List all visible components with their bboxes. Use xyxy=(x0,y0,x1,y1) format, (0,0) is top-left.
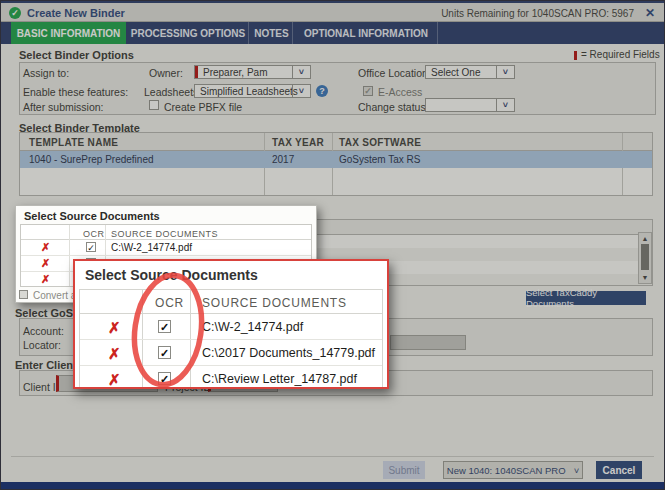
document-filename: C:\Review Letter_14787.pdf xyxy=(202,372,357,386)
documents-column-header: SOURCE DOCUMENTS xyxy=(202,296,347,310)
ocr-checkbox[interactable]: ✓ xyxy=(86,242,96,252)
delete-icon[interactable]: ✗ xyxy=(41,241,50,254)
source-panel-title: Select Source Documents xyxy=(24,210,160,222)
delete-icon[interactable]: ✗ xyxy=(108,371,121,389)
document-row: ✗ ✓ C:\W-2_14774.pdf xyxy=(21,240,311,256)
document-filename: C:\W-2_14774.pdf xyxy=(202,320,303,334)
document-filename: C:\2017 Documents_14779.pdf xyxy=(202,346,375,360)
convert-label: Convert a xyxy=(33,290,76,301)
source-panel-header-row: OCR SOURCE DOCUMENTS xyxy=(21,225,311,240)
document-row: ✗ ✓ C:\2017 Documents_14779.pdf xyxy=(80,340,382,366)
callout-title: Select Source Documents xyxy=(85,267,258,283)
ocr-column-header: OCR xyxy=(83,229,105,239)
delete-icon[interactable]: ✗ xyxy=(108,319,121,337)
documents-column-header: SOURCE DOCUMENTS xyxy=(111,229,218,239)
callout-table: OCR SOURCE DOCUMENTS ✗ ✓ C:\W-2_14774.pd… xyxy=(79,289,383,389)
document-row: ✗ ✓ C:\W-2_14774.pdf xyxy=(80,314,382,340)
ocr-checkbox[interactable]: ✓ xyxy=(158,346,171,359)
convert-checkbox xyxy=(19,290,28,299)
delete-icon[interactable]: ✗ xyxy=(41,257,50,270)
ocr-column-header: OCR xyxy=(155,296,184,310)
ocr-checkbox[interactable]: ✓ xyxy=(158,372,171,385)
ocr-checkbox[interactable]: ✓ xyxy=(158,320,171,333)
create-new-binder-dialog: ✓ Create New Binder Units Remaining for … xyxy=(0,0,665,490)
delete-icon[interactable]: ✗ xyxy=(41,273,50,286)
delete-icon[interactable]: ✗ xyxy=(108,345,121,363)
zoom-callout-panel: Select Source Documents OCR SOURCE DOCUM… xyxy=(73,259,389,389)
document-filename: C:\W-2_14774.pdf xyxy=(111,242,192,253)
document-row: ✗ ✓ C:\Review Letter_14787.pdf xyxy=(80,366,382,389)
bottom-navy-strip xyxy=(1,482,664,489)
callout-header-row: OCR SOURCE DOCUMENTS xyxy=(80,290,382,314)
